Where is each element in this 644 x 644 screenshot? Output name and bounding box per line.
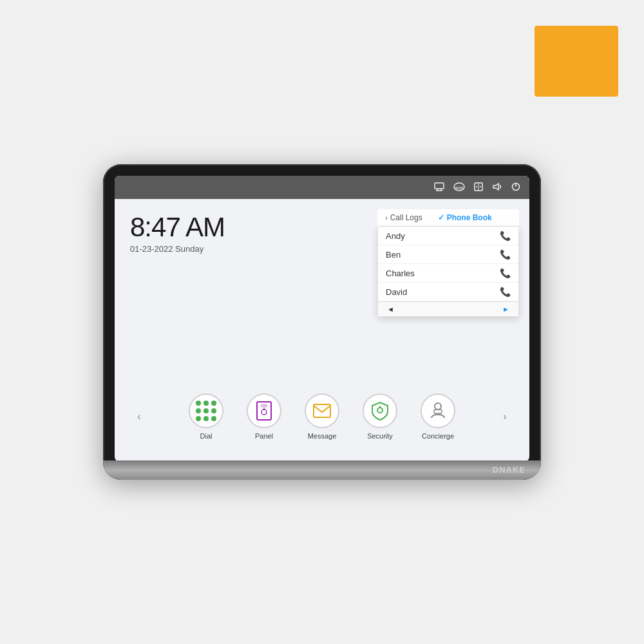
panel-label: Panel	[255, 432, 273, 440]
app-dial[interactable]: Dial	[184, 393, 229, 440]
dot4	[196, 408, 201, 413]
contact-name-david: David	[386, 287, 407, 297]
app-concierge[interactable]: Concierge	[415, 393, 460, 440]
dial-label: Dial	[200, 432, 213, 440]
door-icon[interactable]	[474, 182, 483, 193]
monitor-icon[interactable]	[434, 182, 444, 193]
security-label: Security	[367, 432, 393, 440]
contact-andy[interactable]: Andy 📞	[378, 227, 518, 245]
svg-point-20	[435, 403, 441, 410]
next-page-icon[interactable]: ►	[502, 305, 509, 313]
svg-point-15	[261, 410, 267, 415]
app-panel[interactable]: Panel	[242, 393, 287, 440]
security-icon-wrapper	[363, 393, 397, 428]
panel-icon-wrapper	[247, 393, 281, 428]
apps-row: Dial Panel	[148, 393, 496, 440]
panel-svg-icon	[256, 401, 272, 421]
concierge-icon-wrapper	[421, 393, 455, 428]
phone-book-label: Phone Book	[447, 213, 492, 222]
call-icon-ben[interactable]: 📞	[500, 249, 511, 260]
svg-point-8	[476, 186, 477, 187]
contact-david[interactable]: David 📞	[378, 283, 518, 301]
dot6	[211, 408, 216, 413]
dot7	[196, 416, 201, 421]
call-area: › Call Logs ✓ Phone Book Andy 📞 B	[377, 209, 519, 317]
app-message[interactable]: Message	[299, 393, 345, 440]
call-logs-arrow: ›	[385, 214, 388, 222]
status-bar: SOS	[115, 176, 529, 199]
svg-text:SOS: SOS	[455, 186, 464, 190]
contact-charles[interactable]: Charles 📞	[378, 264, 518, 283]
phonebook-dropdown: Andy 📞 Ben 📞 Charles 📞 David 📞	[377, 227, 519, 317]
svg-point-9	[480, 186, 481, 187]
apps-next-button[interactable]: ›	[496, 408, 514, 426]
svg-rect-14	[261, 404, 267, 407]
call-icon-david[interactable]: 📞	[500, 287, 511, 297]
call-logs-tab[interactable]: › Call Logs	[377, 209, 430, 226]
contact-name-andy: Andy	[386, 231, 405, 241]
phone-book-check: ✓	[438, 213, 444, 222]
message-icon-wrapper	[305, 393, 339, 428]
volume-icon[interactable]	[492, 182, 502, 193]
call-logs-label: Call Logs	[390, 213, 422, 222]
dial-dots-icon	[196, 401, 216, 421]
svg-rect-0	[435, 183, 444, 189]
sos-icon[interactable]: SOS	[453, 182, 465, 193]
dot5	[204, 408, 209, 413]
dial-icon-wrapper	[189, 393, 223, 428]
dot9	[211, 416, 216, 421]
call-icon-andy[interactable]: 📞	[500, 231, 511, 241]
svg-rect-17	[314, 404, 330, 417]
dot2	[204, 401, 209, 406]
dropdown-nav: ◄ ►	[378, 301, 518, 316]
dot8	[204, 416, 209, 421]
svg-marker-10	[493, 184, 498, 190]
svg-point-18	[377, 408, 383, 413]
dot3	[211, 401, 216, 406]
main-content: 8:47 AM 01-23-2022 Sunday › Call Logs ✓ …	[115, 199, 529, 462]
app-security[interactable]: Security	[357, 393, 402, 440]
apps-bar: ‹	[130, 387, 514, 449]
prev-page-icon[interactable]: ◄	[387, 305, 394, 313]
power-icon[interactable]	[511, 182, 520, 193]
apps-prev-button[interactable]: ‹	[130, 408, 148, 426]
dot1	[196, 401, 201, 406]
concierge-svg-icon	[429, 401, 447, 421]
security-svg-icon	[371, 401, 389, 421]
screen: SOS	[115, 176, 529, 462]
contact-name-ben: Ben	[386, 250, 401, 260]
call-tabs: › Call Logs ✓ Phone Book	[377, 209, 519, 227]
orange-badge	[535, 26, 618, 97]
contact-name-charles: Charles	[386, 269, 415, 278]
tablet-device: SOS	[103, 164, 541, 480]
dnake-logo: DNAKE	[493, 465, 526, 475]
call-icon-charles[interactable]: 📞	[500, 268, 511, 278]
message-label: Message	[308, 432, 337, 440]
phone-book-tab[interactable]: ✓ Phone Book	[430, 209, 500, 226]
message-svg-icon	[313, 404, 331, 418]
contact-ben[interactable]: Ben 📞	[378, 245, 518, 264]
concierge-label: Concierge	[422, 432, 454, 440]
